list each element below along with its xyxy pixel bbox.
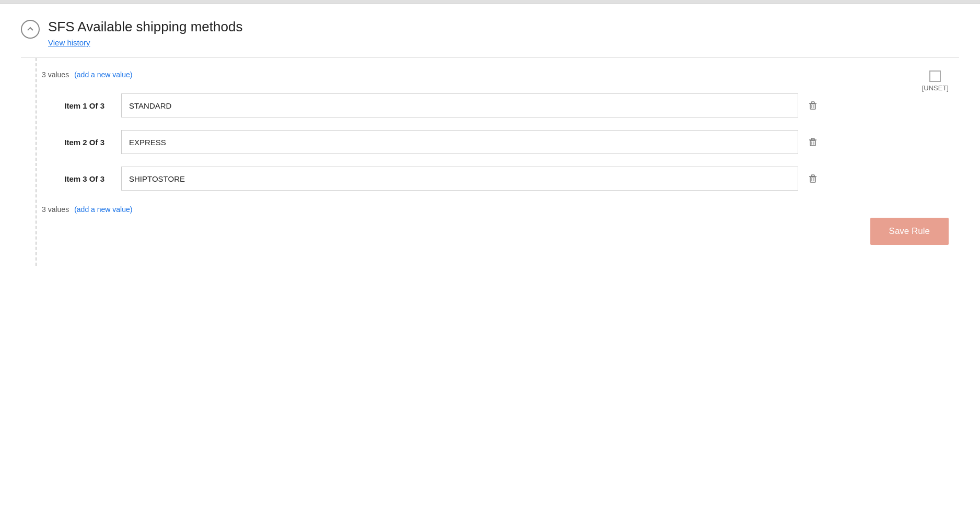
item-1-input[interactable] — [121, 93, 798, 117]
item-2-label: Item 2 Of 3 — [42, 138, 104, 147]
item-3-delete-button[interactable] — [804, 170, 821, 187]
top-bar — [0, 0, 980, 4]
trash-icon — [808, 137, 818, 147]
item-2-input-wrapper — [121, 130, 821, 154]
top-add-value-link[interactable]: (add a new value) — [74, 70, 132, 79]
save-rule-button[interactable]: Save Rule — [870, 218, 949, 245]
bottom-add-value-link[interactable]: (add a new value) — [74, 205, 132, 214]
svg-rect-5 — [810, 140, 815, 146]
trash-icon — [808, 173, 818, 184]
unset-container: [UNSET] — [922, 70, 949, 92]
table-row: Item 2 Of 3 — [42, 130, 959, 154]
unset-checkbox[interactable] — [929, 70, 941, 82]
table-row: Item 1 Of 3 — [42, 93, 959, 117]
svg-rect-10 — [810, 177, 815, 182]
page-container: SFS Available shipping methods View hist… — [0, 0, 980, 519]
item-2-input[interactable] — [121, 130, 798, 154]
table-row: Item 3 Of 3 — [42, 167, 959, 191]
trash-icon — [808, 100, 818, 111]
section-title-block: SFS Available shipping methods View hist… — [48, 19, 242, 47]
item-2-delete-button[interactable] — [804, 134, 821, 150]
items-list: Item 1 Of 3 Item 2 — [42, 93, 959, 203]
top-values-row: 3 values (add a new value) — [42, 70, 959, 79]
view-history-link[interactable]: View history — [48, 38, 242, 47]
content-area: 3 values (add a new value) [UNSET] Item … — [0, 58, 980, 266]
left-dashed-line — [36, 58, 37, 266]
item-3-input[interactable] — [121, 167, 798, 191]
item-1-input-wrapper — [121, 93, 821, 117]
unset-label: [UNSET] — [922, 84, 949, 92]
svg-rect-12 — [811, 175, 814, 176]
item-3-label: Item 3 Of 3 — [42, 174, 104, 183]
item-3-input-wrapper — [121, 167, 821, 191]
item-1-label: Item 1 Of 3 — [42, 101, 104, 110]
svg-rect-0 — [810, 104, 815, 109]
bottom-values-count: 3 values — [42, 205, 69, 214]
bottom-values-row: 3 values (add a new value) — [42, 205, 959, 214]
chevron-up-icon — [26, 25, 34, 33]
svg-rect-2 — [811, 102, 814, 103]
section-header: SFS Available shipping methods View hist… — [0, 4, 980, 47]
collapse-button[interactable] — [21, 20, 40, 39]
svg-rect-7 — [811, 138, 814, 140]
section-title: SFS Available shipping methods — [48, 19, 242, 35]
item-1-delete-button[interactable] — [804, 97, 821, 114]
top-values-count: 3 values — [42, 70, 69, 79]
